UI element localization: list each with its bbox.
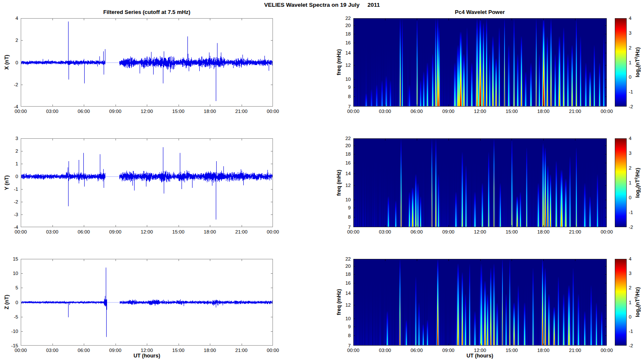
- x-tick-label: 18:00: [204, 229, 216, 234]
- ylabel-freq-1: freq (mHz): [336, 49, 342, 75]
- freq-tick-label: 12: [345, 183, 351, 188]
- x-tick-label: 12:00: [474, 229, 486, 234]
- freq-tick-label: 22: [345, 136, 351, 141]
- colorbar-tick-label: -2: [629, 104, 633, 109]
- x-tick-label: 18:00: [537, 229, 550, 234]
- ylabel-x: X (nT): [4, 55, 10, 69]
- ylabel-y: Y (nT): [4, 175, 10, 190]
- colorbar-tick-label: 4: [629, 16, 631, 21]
- ylabel-freq-3: freq (mHz): [336, 289, 342, 315]
- x-tick-label: 15:00: [506, 348, 518, 353]
- x-tick-label: 12:00: [474, 348, 486, 353]
- x-tick-label: 00:00: [15, 348, 27, 353]
- x-tick-label: 03:00: [379, 229, 391, 234]
- x-tick-label: 06:00: [410, 109, 423, 114]
- x-tick-label: 21:00: [235, 348, 248, 353]
- x-tick-label: 03:00: [46, 348, 58, 353]
- x-tick-label: 03:00: [46, 109, 58, 114]
- x-tick-label: 00:00: [267, 109, 279, 114]
- x-tick-label: 12:00: [474, 109, 486, 114]
- figure-title: VELIES Wavelet Spectra on 19 July 2011: [0, 2, 644, 8]
- x-tick-label: 06:00: [78, 109, 90, 114]
- x-tick-label: 12:00: [141, 348, 153, 353]
- y-tick-label: 10: [13, 271, 18, 276]
- timeseries-canvas-y: [21, 138, 273, 227]
- wavelet-spectrogram-canvas-y: [353, 138, 607, 227]
- freq-tick-label: 14: [345, 50, 351, 55]
- y-tick-label: 2: [16, 38, 18, 43]
- x-tick-label: 18:00: [537, 348, 550, 353]
- y-tick-label: -2: [14, 82, 18, 87]
- x-tick-label: 00:00: [267, 229, 279, 234]
- colorbar-tick-label: 1: [629, 60, 631, 65]
- colorbar-tick-label: 3: [629, 151, 631, 156]
- freq-tick-label: 18: [345, 31, 351, 36]
- colorbar-tick-label: -1: [629, 89, 633, 94]
- colorbar-tick-label: -2: [629, 343, 633, 348]
- freq-tick-label: 9: [348, 205, 351, 210]
- y-tick-label: -10: [11, 329, 18, 334]
- x-tick-label: 21:00: [569, 348, 581, 353]
- freq-tick-label: 16: [345, 40, 351, 45]
- x-tick-label: 00:00: [601, 229, 613, 234]
- right-column-title: Pc4 Wavelet Power: [455, 9, 505, 15]
- colorbar-canvas: [615, 18, 627, 107]
- ylabel-z: Z (nT): [4, 295, 10, 310]
- x-tick-label: 00:00: [601, 109, 613, 114]
- colorbar-tick-label: 0: [629, 314, 631, 319]
- x-tick-label: 00:00: [347, 229, 360, 234]
- x-tick-label: 03:00: [46, 229, 58, 234]
- x-tick-label: 21:00: [569, 109, 581, 114]
- freq-tick-label: 18: [345, 272, 351, 277]
- x-tick-label: 18:00: [204, 109, 216, 114]
- colorbar-tick-label: 2: [629, 45, 631, 50]
- x-tick-label: 00:00: [601, 348, 613, 353]
- freq-tick-label: 20: [345, 264, 351, 269]
- colorbar-tick-label: -1: [629, 329, 633, 334]
- xlabel-left: UT (hours): [133, 353, 160, 359]
- colorbar-tick-label: 4: [629, 136, 631, 141]
- freq-tick-label: 9: [348, 324, 351, 329]
- freq-tick-label: 12: [345, 63, 351, 68]
- freq-tick-label: 10: [345, 77, 351, 82]
- y-tick-label: 1: [16, 161, 18, 166]
- x-tick-label: 00:00: [15, 229, 27, 234]
- colorbar-tick-label: 1: [629, 300, 631, 305]
- ylabel-freq-2: freq (mHz): [336, 170, 342, 196]
- x-tick-label: 00:00: [347, 109, 360, 114]
- freq-tick-label: 18: [345, 151, 351, 157]
- colorbar-tick-label: 0: [629, 74, 631, 80]
- x-tick-label: 15:00: [172, 229, 184, 234]
- colorbar-tick-label: 3: [629, 271, 631, 276]
- x-tick-label: 09:00: [442, 109, 454, 114]
- x-tick-label: 12:00: [141, 229, 153, 234]
- x-tick-label: 09:00: [442, 229, 454, 234]
- x-tick-label: 03:00: [379, 348, 391, 353]
- y-tick-label: 4: [16, 16, 18, 21]
- x-tick-label: 21:00: [569, 229, 581, 234]
- y-tick-label: -4: [14, 225, 18, 230]
- y-tick-label: -3: [14, 212, 18, 217]
- freq-tick-label: 10: [345, 197, 351, 202]
- x-tick-label: 18:00: [537, 109, 550, 114]
- x-tick-label: 00:00: [15, 109, 27, 114]
- freq-tick-label: 14: [345, 171, 351, 176]
- xlabel-right: UT (hours): [466, 353, 493, 359]
- freq-tick-label: 16: [345, 280, 351, 286]
- x-tick-label: 09:00: [109, 229, 121, 234]
- freq-tick-label: 7: [348, 104, 351, 109]
- colorbar-tick-label: 3: [629, 30, 631, 36]
- y-tick-label: -4: [14, 104, 18, 109]
- wavelet-spectrogram-canvas-x: [353, 18, 607, 107]
- colorbar-tick-label: 2: [629, 165, 631, 170]
- x-tick-label: 06:00: [410, 348, 423, 353]
- y-tick-label: -2: [14, 199, 18, 204]
- y-tick-label: -15: [11, 343, 18, 348]
- x-tick-label: 09:00: [109, 348, 121, 353]
- colorbar-label-3: log2(nT2/Hz): [634, 287, 642, 317]
- x-tick-label: 03:00: [379, 109, 391, 114]
- freq-tick-label: 8: [348, 214, 351, 220]
- x-tick-label: 09:00: [442, 348, 454, 353]
- x-tick-label: 06:00: [78, 229, 90, 234]
- y-tick-label: 2: [16, 148, 18, 154]
